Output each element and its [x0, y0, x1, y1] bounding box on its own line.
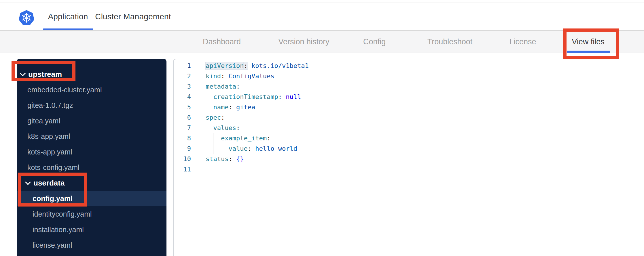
nav-tab-view-files[interactable]: View files [572, 37, 605, 46]
code-text: spec: [206, 112, 225, 123]
kubernetes-logo[interactable] [18, 9, 35, 27]
code-text: name: gitea [206, 102, 255, 112]
tree-item-label: embedded-cluster.yaml [27, 86, 102, 94]
editor-line-8: 8 example_item: [174, 133, 644, 144]
line-number: 1 [174, 61, 191, 71]
nav-tab-version-history[interactable]: Version history [278, 37, 329, 46]
line-number: 10 [174, 154, 191, 164]
editor-line-6: 6spec: [174, 112, 644, 123]
code-text: example_item: [206, 133, 270, 144]
code-text: metadata: [206, 81, 240, 92]
tree-file-identityconfig.yaml[interactable]: identityconfig.yaml [17, 206, 166, 222]
code-text: kind: ConfigValues [206, 71, 274, 81]
line-number: 2 [174, 71, 191, 81]
editor-line-4: 4 creationTimestamp: null [174, 92, 644, 102]
editor-line-3: 3metadata: [174, 81, 644, 92]
editor-line-7: 7 values: [174, 123, 644, 133]
tree-item-label: license.yaml [33, 241, 72, 249]
top-tab-application[interactable]: Application [48, 12, 88, 21]
line-number: 7 [174, 123, 191, 133]
nav-tab-dashboard[interactable]: Dashboard [203, 37, 241, 46]
tree-file-license.yaml[interactable]: license.yaml [17, 237, 166, 253]
tree-file-kots-config.yaml[interactable]: kots-config.yaml [17, 160, 166, 175]
tree-file-k8s-app.yaml[interactable]: k8s-app.yaml [17, 129, 166, 144]
top-tab-cluster-management[interactable]: Cluster Management [95, 12, 171, 21]
kubernetes-heptagon-icon [18, 9, 35, 27]
tree-item-label: gitea.yaml [27, 117, 60, 125]
line-number: 8 [174, 133, 191, 144]
line-number: 6 [174, 112, 191, 123]
code-text: status: {} [206, 154, 244, 164]
tree-folder-userdata[interactable]: userdata [17, 175, 166, 191]
chevron-down-icon [25, 179, 31, 185]
tree-file-kots-app.yaml[interactable]: kots-app.yaml [17, 144, 166, 160]
editor-line-5: 5 name: gitea [174, 102, 644, 112]
editor-line-10: 10status: {} [174, 154, 644, 164]
tree-item-label: kots-config.yaml [27, 163, 79, 172]
code-text: value: hello world [206, 144, 297, 154]
editor-line-1: 1apiVersion: kots.io/v1beta1 [174, 61, 644, 71]
line-number: 5 [174, 102, 191, 112]
tree-item-label: kots-app.yaml [27, 148, 72, 156]
tree-file-gitea.yaml[interactable]: gitea.yaml [17, 113, 166, 129]
code-text: values: [206, 123, 240, 133]
editor-line-2: 2kind: ConfigValues [174, 71, 644, 81]
tree-file-gitea-1.0.7.tgz[interactable]: gitea-1.0.7.tgz [17, 98, 166, 113]
tree-item-label: k8s-app.yaml [27, 132, 70, 141]
line-number: 9 [174, 144, 191, 154]
line-number: 4 [174, 92, 191, 102]
chevron-down-icon [20, 70, 26, 76]
tree-item-label: installation.yaml [33, 226, 84, 234]
editor-line-9: 9 value: hello world [174, 144, 644, 154]
line-number: 11 [174, 164, 191, 175]
tree-folder-upstream[interactable]: upstream [17, 66, 166, 82]
nav-tab-troubleshoot[interactable]: Troubleshoot [427, 37, 473, 46]
active-nav-tab-underline [567, 51, 610, 53]
code-text: apiVersion: kots.io/v1beta1 [206, 61, 309, 71]
tree-item-label: userdata [33, 179, 65, 188]
tree-item-label: identityconfig.yaml [33, 210, 92, 218]
tree-item-label: gitea-1.0.7.tgz [27, 101, 73, 110]
tree-file-installation.yaml[interactable]: installation.yaml [17, 222, 166, 237]
nav-tab-config[interactable]: Config [363, 37, 386, 46]
nav-tab-license[interactable]: License [509, 37, 536, 46]
top-bar: ApplicationCluster Management [0, 3, 644, 30]
line-number: 3 [174, 81, 191, 92]
tree-item-label: upstream [28, 70, 62, 79]
editor-line-11: 11 [174, 164, 644, 175]
tree-file-config.yaml[interactable]: config.yaml [17, 191, 166, 206]
file-tree-panel: upstreamembedded-cluster.yamlgitea-1.0.7… [17, 59, 166, 256]
app-nav-bar: DashboardVersion historyConfigTroublesho… [0, 30, 644, 53]
yaml-file-viewer[interactable]: 1apiVersion: kots.io/v1beta12kind: Confi… [173, 59, 644, 256]
tree-item-label: config.yaml [33, 194, 73, 203]
tree-file-embedded-cluster.yaml[interactable]: embedded-cluster.yaml [17, 82, 166, 98]
code-text: creationTimestamp: null [206, 92, 301, 102]
